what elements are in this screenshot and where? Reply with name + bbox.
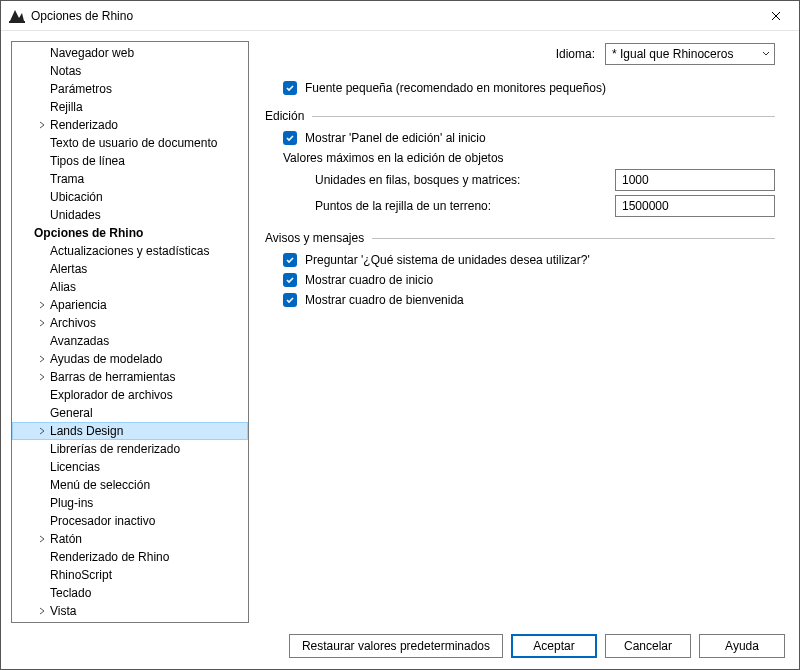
tree-item[interactable]: Lands Design [12, 422, 248, 440]
tree-item-label: Parámetros [50, 80, 112, 98]
tree-item-label: Procesador inactivo [50, 512, 155, 530]
cancel-button[interactable]: Cancelar [605, 634, 691, 658]
tree-item[interactable]: Licencias [12, 458, 248, 476]
tree-item[interactable]: Unidades [12, 206, 248, 224]
window-title: Opciones de Rhino [31, 9, 753, 23]
app-icon [9, 8, 25, 24]
tree-item[interactable]: Librerías de renderizado [12, 440, 248, 458]
tree-item[interactable]: General [12, 404, 248, 422]
tree-item[interactable]: Plug-ins [12, 494, 248, 512]
small-font-checkbox[interactable]: Fuente pequeña (recomendado en monitores… [265, 81, 775, 95]
tree-item-label: Ayudas de modelado [50, 350, 163, 368]
tree-item[interactable]: Menú de selección [12, 476, 248, 494]
close-button[interactable] [753, 1, 799, 31]
tree-item[interactable]: Ayudas de modelado [12, 350, 248, 368]
chevron-right-icon[interactable] [34, 355, 50, 363]
terrain-points-input[interactable] [615, 195, 775, 217]
tree-item-label: Vista [50, 602, 76, 620]
tree-item-label: Licencias [50, 458, 100, 476]
tree-item[interactable]: Navegador web [12, 44, 248, 62]
tree-item[interactable]: Ubicación [12, 188, 248, 206]
tree-item-label: Navegador web [50, 44, 134, 62]
section-edition: Edición [265, 109, 775, 123]
tree-item-label: Alias [50, 278, 76, 296]
tree-item-label: Ratón [50, 530, 82, 548]
chevron-right-icon[interactable] [34, 373, 50, 381]
chevron-right-icon[interactable] [34, 319, 50, 327]
tree-item[interactable]: Ratón [12, 530, 248, 548]
options-window: Opciones de Rhino Navegador webNotasPará… [0, 0, 800, 670]
checkbox-checked-icon [283, 253, 297, 267]
ask-units-checkbox[interactable]: Preguntar '¿Qué sistema de unidades dese… [265, 253, 775, 267]
tree-item[interactable]: Parámetros [12, 80, 248, 98]
chevron-down-icon [762, 49, 770, 60]
tree-item[interactable]: Alertas [12, 260, 248, 278]
chevron-right-icon[interactable] [34, 427, 50, 435]
tree-item[interactable]: Procesador inactivo [12, 512, 248, 530]
tree-item-label: Explorador de archivos [50, 386, 173, 404]
checkbox-checked-icon [283, 293, 297, 307]
tree-item-label: Ubicación [50, 188, 103, 206]
tree-item[interactable]: Texto de usuario de documento [12, 134, 248, 152]
tree-item-label: Menú de selección [50, 476, 150, 494]
tree-item-label: Barras de herramientas [50, 368, 175, 386]
tree-item[interactable]: Avanzadas [12, 332, 248, 350]
show-start-label: Mostrar cuadro de inicio [305, 273, 433, 287]
tree-item-label: Renderizado de Rhino [50, 548, 169, 566]
svg-rect-0 [9, 21, 25, 23]
tree-item-label: Alertas [50, 260, 87, 278]
tree-item-label: Trama [50, 170, 84, 188]
tree-item[interactable]: Rejilla [12, 98, 248, 116]
tree-item[interactable]: Trama [12, 170, 248, 188]
chevron-right-icon[interactable] [34, 607, 50, 615]
chevron-right-icon[interactable] [34, 121, 50, 129]
tree-item[interactable]: Barras de herramientas [12, 368, 248, 386]
tree-item-label: Archivos [50, 314, 96, 332]
tree-section-rhino-options[interactable]: Opciones de Rhino [12, 224, 248, 242]
show-welcome-checkbox[interactable]: Mostrar cuadro de bienvenida [265, 293, 775, 307]
options-tree[interactable]: Navegador webNotasParámetrosRejillaRende… [11, 41, 249, 623]
tree-item-label: Unidades [50, 206, 101, 224]
chevron-right-icon[interactable] [34, 535, 50, 543]
language-combobox[interactable]: * Igual que Rhinoceros [605, 43, 775, 65]
tree-item[interactable]: Tipos de línea [12, 152, 248, 170]
tree-item[interactable]: Vista [12, 602, 248, 620]
tree-item-label: Notas [50, 62, 81, 80]
tree-item[interactable]: Alias [12, 278, 248, 296]
units-rows-input[interactable] [615, 169, 775, 191]
tree-item[interactable]: Renderizado de Rhino [12, 548, 248, 566]
tree-item[interactable]: Actualizaciones y estadísticas [12, 242, 248, 260]
units-rows-label: Unidades en filas, bosques y matrices: [315, 173, 615, 187]
restore-defaults-button[interactable]: Restaurar valores predeterminados [289, 634, 503, 658]
accept-button[interactable]: Aceptar [511, 634, 597, 658]
tree-item[interactable]: Teclado [12, 584, 248, 602]
checkbox-checked-icon [283, 273, 297, 287]
settings-panel: Idioma: * Igual que Rhinoceros Fuente pe… [261, 41, 789, 623]
close-icon [771, 11, 781, 21]
max-values-label: Valores máximos en la edición de objetos [283, 151, 775, 165]
show-edit-panel-checkbox[interactable]: Mostrar 'Panel de edición' al inicio [265, 131, 775, 145]
tree-item[interactable]: Archivos [12, 314, 248, 332]
dialog-footer: Restaurar valores predeterminados Acepta… [1, 623, 799, 669]
ask-units-label: Preguntar '¿Qué sistema de unidades dese… [305, 253, 590, 267]
tree-item-label: Rejilla [50, 98, 83, 116]
tree-item[interactable]: Renderizado [12, 116, 248, 134]
tree-item-label: Avanzadas [50, 332, 109, 350]
chevron-right-icon[interactable] [34, 301, 50, 309]
language-label: Idioma: [556, 47, 595, 61]
checkbox-checked-icon [283, 131, 297, 145]
tree-item-label: Renderizado [50, 116, 118, 134]
tree-item[interactable]: Explorador de archivos [12, 386, 248, 404]
section-notices: Avisos y mensajes [265, 231, 775, 245]
show-start-checkbox[interactable]: Mostrar cuadro de inicio [265, 273, 775, 287]
show-welcome-label: Mostrar cuadro de bienvenida [305, 293, 464, 307]
tree-item-label: RhinoScript [50, 566, 112, 584]
dialog-body: Navegador webNotasParámetrosRejillaRende… [1, 31, 799, 623]
tree-item[interactable]: Apariencia [12, 296, 248, 314]
tree-item-label: Tipos de línea [50, 152, 125, 170]
tree-item[interactable]: Notas [12, 62, 248, 80]
help-button[interactable]: Ayuda [699, 634, 785, 658]
language-value: * Igual que Rhinoceros [612, 47, 733, 61]
tree-item[interactable]: RhinoScript [12, 566, 248, 584]
terrain-points-label: Puntos de la rejilla de un terreno: [315, 199, 615, 213]
